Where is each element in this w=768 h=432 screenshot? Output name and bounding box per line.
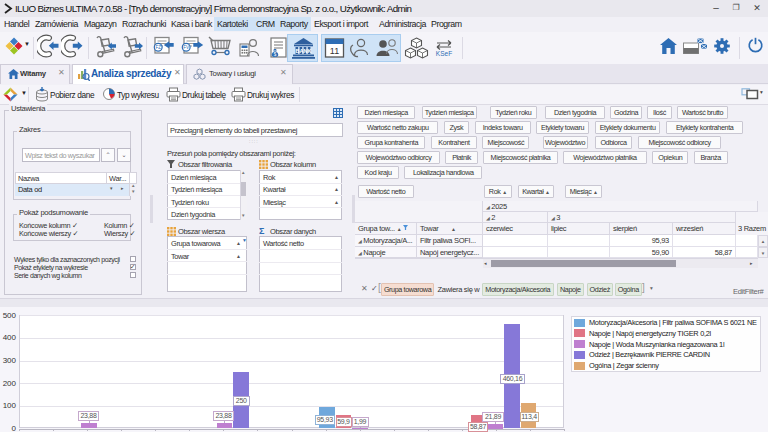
svg-text:FV: FV [183, 45, 190, 50]
svg-text:FZ: FZ [155, 45, 161, 50]
svg-text:11: 11 [330, 46, 339, 56]
svg-text:KSeF: KSeF [436, 50, 452, 57]
svg-text:BANK: BANK [296, 48, 312, 54]
